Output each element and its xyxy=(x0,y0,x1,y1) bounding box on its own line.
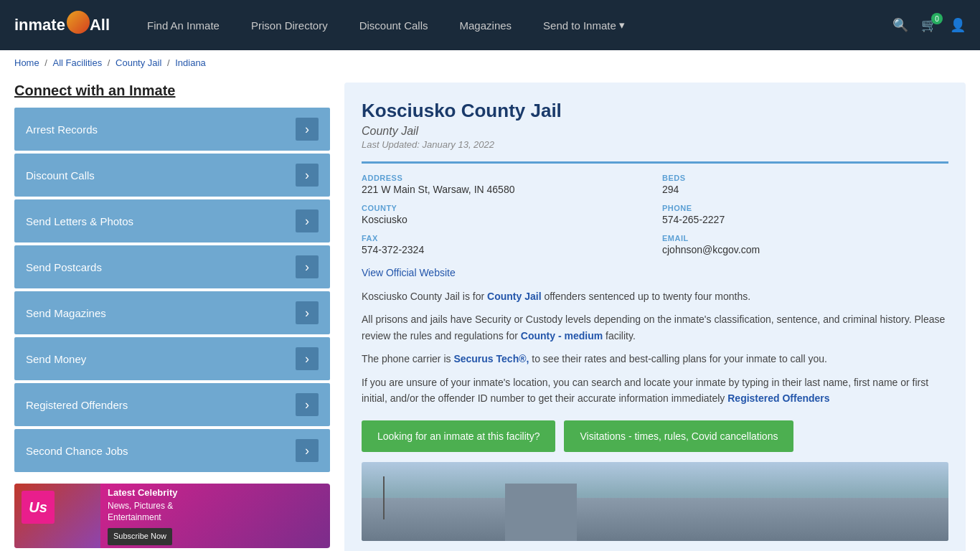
description-3: The phone carrier is Securus Tech®, to s… xyxy=(362,351,948,367)
search-icon: 🔍 xyxy=(892,18,908,32)
phone-block: PHONE 574-265-2227 xyxy=(662,204,948,225)
sidebar-item-send-money[interactable]: Send Money › xyxy=(14,337,330,380)
sidebar-item-label: Registered Offenders xyxy=(26,399,128,411)
email-value: cjohnson@kcgov.com xyxy=(662,244,948,255)
sidebar-item-label: Arrest Records xyxy=(26,123,98,136)
content-panel: Kosciusko County Jail County Jail Last U… xyxy=(344,83,966,551)
sidebar-item-registered-offenders[interactable]: Registered Offenders › xyxy=(14,383,330,426)
building-shape-2 xyxy=(505,484,577,541)
breadcrumb-indiana[interactable]: Indiana xyxy=(175,57,206,68)
breadcrumb-county-jail[interactable]: County Jail xyxy=(116,57,161,68)
phone-label: PHONE xyxy=(662,204,948,212)
sidebar-menu: Arrest Records › Discount Calls › Send L… xyxy=(14,108,330,472)
us-logo: Us xyxy=(22,491,55,524)
securus-tech-link[interactable]: Securus Tech®, xyxy=(453,353,529,364)
fax-value: 574-372-2324 xyxy=(362,244,648,255)
sidebar-item-discount-calls[interactable]: Discount Calls › xyxy=(14,154,330,197)
ad-banner[interactable]: Us Latest Celebrity News, Pictures & Ent… xyxy=(14,484,330,548)
county-label: COUNTY xyxy=(362,204,648,212)
nav-magazines[interactable]: Magazines xyxy=(444,19,528,32)
looking-for-inmate-button[interactable]: Looking for an inmate at this facility? xyxy=(362,420,555,452)
building-shape xyxy=(362,498,948,541)
email-label: EMAIL xyxy=(662,234,948,242)
sidebar-item-second-chance-jobs[interactable]: Second Chance Jobs › xyxy=(14,429,330,472)
cart-badge: 0 xyxy=(931,13,943,24)
county-medium-link[interactable]: County - medium xyxy=(521,330,603,342)
breadcrumb-all-facilities[interactable]: All Facilities xyxy=(53,57,103,68)
description-4: If you are unsure of your inmate's locat… xyxy=(362,375,948,407)
arrow-icon: › xyxy=(296,118,319,141)
dropdown-arrow-icon: ▾ xyxy=(619,19,625,32)
sidebar: Connect with an Inmate Arrest Records › … xyxy=(14,83,330,551)
arrow-icon: › xyxy=(296,347,319,370)
navbar: inmate All Find An Inmate Prison Directo… xyxy=(0,0,980,50)
sidebar-item-label: Send Magazines xyxy=(26,307,106,319)
ad-text: Latest Celebrity News, Pictures & Entert… xyxy=(108,486,185,545)
visitations-button[interactable]: Visitations - times, rules, Covid cancel… xyxy=(564,420,793,452)
info-grid: ADDRESS 221 W Main St, Warsaw, IN 46580 … xyxy=(362,161,948,255)
arrow-icon: › xyxy=(296,301,319,324)
facility-photo xyxy=(362,462,948,541)
user-button[interactable]: 👤 xyxy=(950,17,966,33)
arrow-icon: › xyxy=(296,164,319,187)
logo-icon xyxy=(67,11,90,34)
description-1: Kosciusko County Jail is for County Jail… xyxy=(362,288,948,304)
arrow-icon: › xyxy=(296,439,319,462)
fax-block: FAX 574-372-2324 xyxy=(362,234,648,255)
county-jail-link[interactable]: County Jail xyxy=(487,291,541,302)
address-label: ADDRESS xyxy=(362,174,648,182)
facility-last-updated: Last Updated: January 13, 2022 xyxy=(362,139,948,150)
sidebar-item-label: Discount Calls xyxy=(26,169,95,182)
logo[interactable]: inmate All xyxy=(14,14,110,37)
breadcrumb-home[interactable]: Home xyxy=(14,57,39,68)
sidebar-item-label: Second Chance Jobs xyxy=(26,445,128,457)
nav-links: Find An Inmate Prison Directory Discount… xyxy=(131,19,892,32)
sidebar-item-label: Send Postcards xyxy=(26,261,102,273)
arrow-icon: › xyxy=(296,209,319,232)
sidebar-item-arrest-records[interactable]: Arrest Records › xyxy=(14,108,330,151)
beds-value: 294 xyxy=(662,184,948,195)
nav-find-inmate[interactable]: Find An Inmate xyxy=(131,19,235,32)
nav-send-to-inmate[interactable]: Send to Inmate ▾ xyxy=(527,19,641,32)
beds-block: BEDS 294 xyxy=(662,174,948,195)
registered-offenders-link[interactable]: Registered Offenders xyxy=(727,392,829,404)
navbar-icons: 🔍 🛒 0 👤 xyxy=(892,17,966,33)
search-button[interactable]: 🔍 xyxy=(892,17,908,33)
sidebar-item-send-postcards[interactable]: Send Postcards › xyxy=(14,245,330,288)
user-icon: 👤 xyxy=(950,18,966,32)
arrow-icon: › xyxy=(296,255,319,278)
facility-name: Kosciusko County Jail xyxy=(362,100,948,122)
county-block: COUNTY Kosciusko xyxy=(362,204,648,225)
arrow-icon: › xyxy=(296,393,319,416)
nav-discount-calls[interactable]: Discount Calls xyxy=(344,19,444,32)
facility-type: County Jail xyxy=(362,125,948,138)
address-value: 221 W Main St, Warsaw, IN 46580 xyxy=(362,184,648,195)
email-block: EMAIL cjohnson@kcgov.com xyxy=(662,234,948,255)
logo-text: inmate xyxy=(14,16,65,34)
description-2: All prisons and jails have Security or C… xyxy=(362,311,948,344)
logo-all: All xyxy=(90,16,110,34)
ad-image: Us xyxy=(14,484,100,548)
view-official-website-link[interactable]: View Official Website xyxy=(362,267,456,278)
county-value: Kosciusko xyxy=(362,214,648,225)
nav-prison-directory[interactable]: Prison Directory xyxy=(235,19,344,32)
cart-button[interactable]: 🛒 0 xyxy=(921,17,937,33)
fax-label: FAX xyxy=(362,234,648,242)
main-layout: Connect with an Inmate Arrest Records › … xyxy=(0,75,980,551)
action-buttons: Looking for an inmate at this facility? … xyxy=(362,420,948,452)
phone-value: 574-265-2227 xyxy=(662,214,948,225)
ad-subscribe-button[interactable]: Subscribe Now xyxy=(108,528,172,545)
sidebar-item-send-magazines[interactable]: Send Magazines › xyxy=(14,291,330,334)
wire-shape xyxy=(383,476,385,519)
sidebar-item-label: Send Letters & Photos xyxy=(26,215,133,227)
sidebar-item-send-letters-photos[interactable]: Send Letters & Photos › xyxy=(14,199,330,242)
address-block: ADDRESS 221 W Main St, Warsaw, IN 46580 xyxy=(362,174,648,195)
breadcrumb: Home / All Facilities / County Jail / In… xyxy=(0,50,980,75)
beds-label: BEDS xyxy=(662,174,948,182)
sidebar-item-label: Send Money xyxy=(26,353,86,365)
sidebar-title: Connect with an Inmate xyxy=(14,83,330,99)
